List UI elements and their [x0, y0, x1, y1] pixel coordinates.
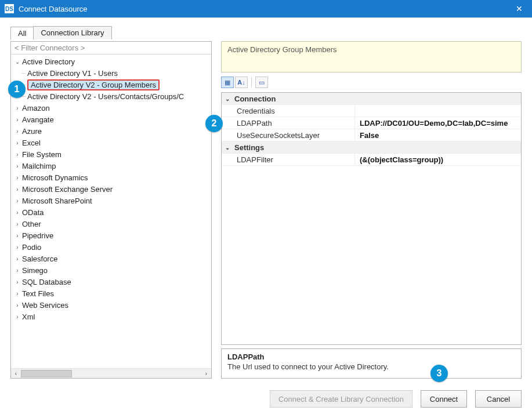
property-description-box: LDAPPath The Url used to connect to your… [221, 348, 522, 379]
chevron-right-icon: › [13, 232, 21, 239]
tree-node[interactable]: ›Simego [11, 264, 211, 276]
tree-node[interactable]: ›Amazon [11, 102, 211, 114]
propertygrid-toolbar: ▦ A↓ ▭ [221, 76, 522, 89]
tree-node[interactable]: ›OData [11, 206, 211, 218]
tree-node[interactable]: ›SQL Database [11, 276, 211, 288]
close-button[interactable]: ✕ [506, 0, 532, 17]
tree-node[interactable]: ›Podio [11, 241, 211, 253]
tree-node[interactable]: ›Pipedrive [11, 230, 211, 241]
tree-node-label: Other [22, 220, 41, 228]
chevron-right-icon: › [13, 279, 21, 285]
tree-node[interactable]: ›Salesforce [11, 253, 211, 264]
tree-node[interactable]: ›Microsoft SharePoint [11, 195, 211, 206]
tree-node[interactable]: ›Microsoft Dynamics [11, 172, 211, 183]
tree-node-label: SQL Database [22, 278, 71, 286]
tab-all[interactable]: All [10, 27, 34, 40]
connector-tree[interactable]: ⌄ Active Directory ┈ Active Directory V1… [11, 54, 211, 368]
chevron-right-icon: › [13, 151, 21, 158]
pg-category-settings[interactable]: ⌄ Settings [222, 141, 521, 154]
tree-node-label: Active Directory V2 - Users/Contacts/Gro… [27, 92, 184, 101]
pages-icon: ▭ [259, 79, 265, 86]
tree-node[interactable]: ›Mailchimp [11, 160, 211, 172]
window-title: Connect Datasource [19, 5, 506, 13]
categorized-view-button[interactable]: ▦ [221, 77, 234, 88]
tree-node[interactable]: ›Azure [11, 125, 211, 137]
chevron-right-icon: › [13, 163, 21, 169]
cancel-button[interactable]: Cancel [475, 390, 522, 408]
connector-tree-panel: < Filter Connectors > ⌄ Active Directory… [10, 41, 212, 379]
pg-row-usessl[interactable]: UseSecureSocketsLayer False [222, 129, 521, 141]
toolbar-separator [251, 77, 252, 88]
tree-node-label: Azure [22, 127, 42, 136]
connect-button[interactable]: Connect [421, 390, 467, 408]
alphabetical-view-button[interactable]: A↓ [235, 77, 248, 88]
app-icon: DS [5, 4, 14, 13]
tree-node-label: Excel [22, 139, 41, 147]
step-badge-3: 3 [430, 365, 448, 382]
pg-value[interactable]: False [355, 131, 521, 140]
tree-node[interactable]: ›File System [11, 148, 211, 160]
tree-node-ad-v2-users-contacts[interactable]: ┈ Active Directory V2 - Users/Contacts/G… [11, 90, 211, 102]
pg-key: UseSecureSocketsLayer [222, 129, 355, 141]
dialog-body: All Connection Library < Filter Connecto… [0, 17, 532, 418]
tree-node[interactable]: ›Web Services [11, 299, 211, 311]
tree-node-label: Mailchimp [22, 162, 56, 170]
scroll-left-icon[interactable]: ‹ [11, 369, 21, 378]
tree-node[interactable]: ›Microsoft Exchange Server [11, 183, 211, 195]
chevron-down-icon: ⌄ [13, 59, 21, 65]
chevron-right-icon: › [13, 117, 21, 123]
pg-key: LDAPPath [222, 117, 355, 129]
tree-node-label: Microsoft Exchange Server [22, 185, 113, 194]
chevron-right-icon: › [13, 256, 21, 262]
chevron-right-icon: › [13, 302, 21, 308]
connector-title-box: Active Directory Group Members [221, 41, 522, 72]
chevron-right-icon: › [13, 244, 21, 250]
pg-category-label: Connection [233, 93, 276, 104]
pg-category-connection[interactable]: ⌄ Connection [222, 93, 521, 105]
scrollbar-thumb[interactable] [21, 370, 72, 377]
chevron-right-icon: › [13, 221, 21, 227]
horizontal-scrollbar[interactable]: ‹ › [11, 368, 211, 378]
property-description-title: LDAPPath [227, 352, 515, 361]
pg-row-credentials[interactable]: Credentials [222, 105, 521, 117]
tree-node-label: Microsoft Dynamics [22, 173, 88, 182]
tree-dotted-icon: ┈ [21, 69, 26, 78]
chevron-right-icon: › [13, 290, 21, 297]
tree-node-label: Podio [22, 243, 41, 252]
scrollbar-track[interactable] [21, 369, 201, 378]
tree-node-ad-v1-users[interactable]: ┈ Active Directory V1 - Users [11, 67, 211, 79]
scroll-right-icon[interactable]: › [201, 369, 211, 378]
tree-node-ad-v2-group-members[interactable]: ┈ Active Directory V2 - Group Members [11, 79, 211, 90]
chevron-right-icon: › [13, 314, 21, 320]
tree-node-label: Pipedrive [22, 231, 53, 240]
tree-node-label: Text Files [22, 289, 54, 298]
tree-node[interactable]: ›Avangate [11, 114, 211, 125]
chevron-right-icon: › [13, 198, 21, 204]
property-grid[interactable]: ⌄ Connection Credentials LDAPPath LDAP:/… [221, 92, 522, 345]
tree-node-label: Simego [22, 266, 48, 275]
pg-row-ldapfilter[interactable]: LDAPFilter (&(objectClass=group)) [222, 154, 521, 166]
close-icon: ✕ [516, 4, 523, 13]
tree-node[interactable]: ›Other [11, 218, 211, 230]
chevron-down-icon: ⌄ [222, 96, 233, 102]
tree-node-label: OData [22, 208, 44, 217]
tree-node-label: Active Directory [22, 57, 75, 66]
pg-value[interactable]: (&(objectClass=group)) [355, 155, 521, 164]
pg-key: Credentials [222, 105, 355, 117]
tree-node-label: Xml [22, 312, 35, 321]
panels: < Filter Connectors > ⌄ Active Directory… [10, 41, 522, 379]
chevron-right-icon: › [13, 209, 21, 216]
pg-row-ldappath[interactable]: LDAPPath LDAP://DC01/OU=Demo,DC=lab,DC=s… [222, 117, 521, 129]
property-description-text: The Url used to connect to your Active D… [227, 362, 515, 371]
property-pages-button[interactable]: ▭ [255, 77, 268, 88]
tree-node-active-directory[interactable]: ⌄ Active Directory [11, 56, 211, 67]
pg-value[interactable]: LDAP://DC01/OU=Demo,DC=lab,DC=sime [355, 119, 521, 128]
sort-az-icon: A↓ [237, 79, 245, 86]
tree-node[interactable]: ›Xml [11, 311, 211, 322]
tab-connection-library[interactable]: Connection Library [33, 26, 111, 39]
filter-connectors-input[interactable]: < Filter Connectors > [11, 42, 211, 54]
step-badge-2: 2 [205, 115, 223, 132]
tree-node[interactable]: ›Text Files [11, 288, 211, 299]
tree-node-label: Web Services [22, 301, 68, 310]
tree-node[interactable]: ›Excel [11, 137, 211, 148]
